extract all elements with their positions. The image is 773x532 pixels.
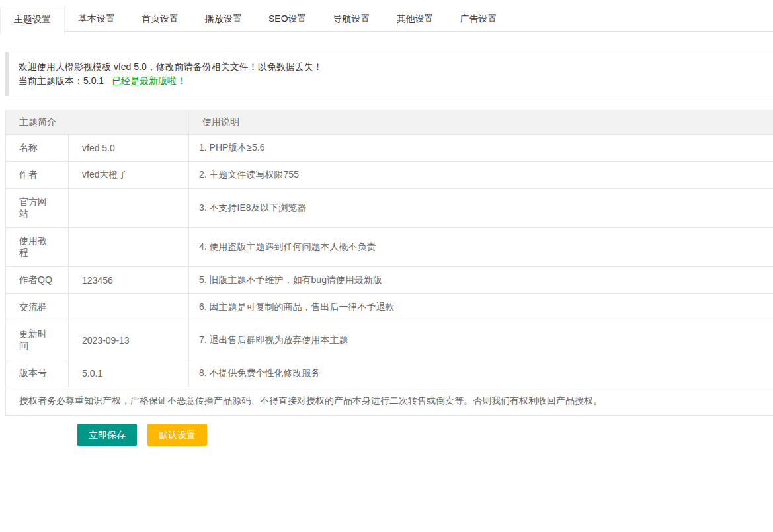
welcome-notice: 欢迎使用大橙影视模板 vfed 5.0，修改前请备份相关文件！以免数据丢失！ 当…	[5, 52, 773, 96]
row-label: 名称	[6, 135, 69, 162]
row-label: 版本号	[6, 360, 69, 387]
save-button[interactable]: 立即保存	[77, 424, 137, 446]
table-row: 版本号 5.0.1 8. 不提供免费个性化修改服务	[6, 360, 773, 387]
latest-version-status: 已经是最新版啦！	[112, 75, 186, 86]
tab-basic-settings[interactable]: 基本设置	[65, 7, 128, 31]
table-row: 更新时间 2023-09-13 7. 退出售后群即视为放弃使用本主题	[6, 321, 773, 360]
version-number: 5.0.1	[83, 75, 104, 86]
form-actions: 立即保存 默认设置	[77, 424, 773, 446]
row-value: 2023-09-13	[69, 321, 189, 360]
license-notice: 授权者务必尊重知识产权，严格保证不恶意传播产品源码、不得直接对授权的产品本身进行…	[6, 387, 773, 416]
header-theme-intro: 主题简介	[6, 110, 189, 135]
tab-theme-settings[interactable]: 主题设置	[0, 7, 65, 34]
tab-list: 主题设置 基本设置 首页设置 播放设置 SEO设置 导航设置 其他设置 广告设置	[0, 7, 510, 34]
table-row: 交流群 6. 因主题是可复制的商品，售出后一律不予退款	[6, 294, 773, 321]
row-note: 2. 主题文件读写权限755	[189, 162, 773, 189]
row-value: vfed 5.0	[69, 135, 189, 162]
table-row: 作者QQ 123456 5. 旧版主题不予维护，如有bug请使用最新版	[6, 267, 773, 294]
version-line: 当前主题版本：5.0.1已经是最新版啦！	[19, 74, 763, 88]
tab-ad-settings[interactable]: 广告设置	[447, 7, 510, 31]
tab-other-settings[interactable]: 其他设置	[384, 7, 447, 31]
row-note: 7. 退出售后群即视为放弃使用本主题	[189, 321, 773, 360]
tab-seo-settings[interactable]: SEO设置	[255, 7, 320, 31]
table-header-row: 主题简介 使用说明	[6, 110, 773, 135]
table-footer-row: 授权者务必尊重知识产权，严格保证不恶意传播产品源码、不得直接对授权的产品本身进行…	[6, 387, 773, 416]
theme-settings-page: 主题设置 基本设置 首页设置 播放设置 SEO设置 导航设置 其他设置 广告设置…	[0, 0, 773, 532]
row-note: 4. 使用盗版主题遇到任何问题本人概不负责	[189, 228, 773, 267]
row-value	[69, 228, 189, 267]
header-usage-notes: 使用说明	[189, 110, 773, 135]
row-label: 作者	[6, 162, 69, 189]
tab-home-settings[interactable]: 首页设置	[128, 7, 192, 31]
version-label: 当前主题版本：	[19, 75, 83, 86]
row-note: 6. 因主题是可复制的商品，售出后一律不予退款	[189, 294, 773, 321]
row-note: 5. 旧版主题不予维护，如有bug请使用最新版	[189, 267, 773, 294]
tab-nav-settings[interactable]: 导航设置	[320, 7, 384, 31]
row-label: 使用教程	[6, 228, 69, 267]
row-value: vfed大橙子	[69, 162, 189, 189]
default-settings-button[interactable]: 默认设置	[147, 424, 207, 446]
tab-play-settings[interactable]: 播放设置	[192, 7, 255, 31]
row-label: 官方网站	[6, 189, 69, 228]
row-label: 作者QQ	[6, 267, 69, 294]
row-label: 更新时间	[6, 321, 69, 360]
welcome-text: 欢迎使用大橙影视模板 vfed 5.0，修改前请备份相关文件！以免数据丢失！	[19, 60, 763, 74]
row-label: 交流群	[6, 294, 69, 321]
row-note: 3. 不支持IE8及以下浏览器	[189, 189, 773, 228]
table-row: 名称 vfed 5.0 1. PHP版本≥5.6	[6, 135, 773, 162]
theme-info-table: 主题简介 使用说明 名称 vfed 5.0 1. PHP版本≥5.6 作者 vf…	[5, 110, 773, 416]
row-value	[69, 294, 189, 321]
row-value	[69, 189, 189, 228]
settings-tab-bar: 主题设置 基本设置 首页设置 播放设置 SEO设置 导航设置 其他设置 广告设置	[0, 7, 773, 41]
table-row: 作者 vfed大橙子 2. 主题文件读写权限755	[6, 162, 773, 189]
row-value: 5.0.1	[69, 360, 189, 387]
table-row: 使用教程 4. 使用盗版主题遇到任何问题本人概不负责	[6, 228, 773, 267]
row-value: 123456	[69, 267, 189, 294]
row-note: 8. 不提供免费个性化修改服务	[189, 360, 773, 387]
table-row: 官方网站 3. 不支持IE8及以下浏览器	[6, 189, 773, 228]
row-note: 1. PHP版本≥5.6	[189, 135, 773, 162]
